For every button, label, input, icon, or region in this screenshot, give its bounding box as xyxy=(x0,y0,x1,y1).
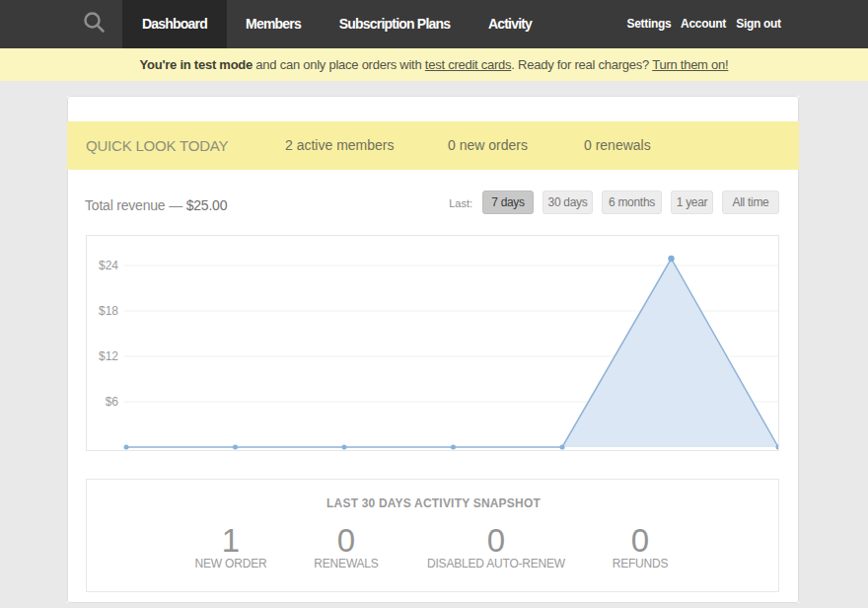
svg-text:$12: $12 xyxy=(99,349,118,363)
svg-text:$6: $6 xyxy=(106,395,119,409)
svg-text:$18: $18 xyxy=(99,304,118,318)
svg-text:$24: $24 xyxy=(99,259,118,272)
